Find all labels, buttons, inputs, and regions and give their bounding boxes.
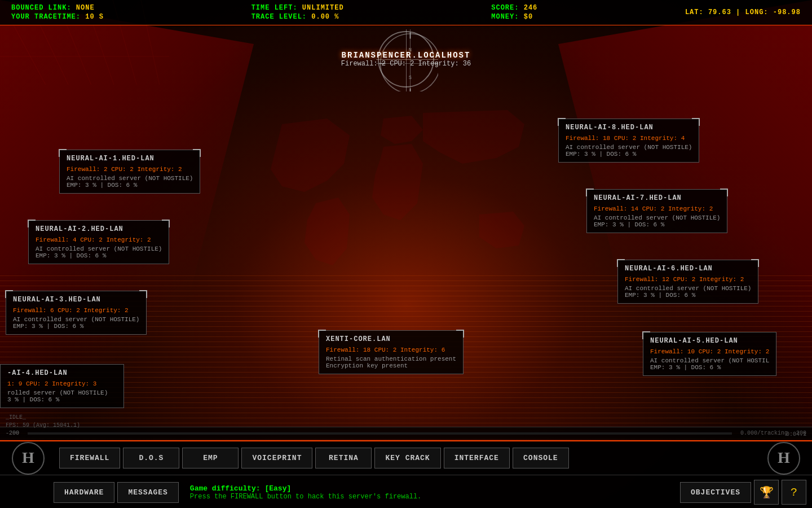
xenti-core-name: XENTI-CORE.LAN: [326, 335, 456, 343]
node-6-emp-dos: EMP: 3 % | DOS: 6 %: [625, 292, 751, 299]
node-1-desc: AI controlled server (NOT HOSTILE): [67, 175, 193, 182]
fps-display: _IDLE_ FPS: 59 (Avg: 15041.1) -200: [6, 414, 80, 437]
fps-counter: FPS: 59 (Avg: 15041.1): [6, 422, 80, 430]
toolbar-row2: HARDWARE MESSAGES Game difficulty: [Easy…: [0, 475, 812, 508]
scan-progress: [28, 432, 732, 435]
node-6-name: NEURAL-AI-6.HED-LAN: [625, 265, 751, 273]
svg-text:S: S: [409, 75, 412, 81]
node-neural-ai-7[interactable]: NEURAL-AI-7.HED-LAN Firewall: 14 CPU: 2 …: [586, 189, 727, 233]
hardware-button[interactable]: HARDWARE: [54, 482, 114, 503]
node-7-desc: AI controlled server (NOT HOSTILE): [594, 214, 720, 221]
bounced-link-label: BOUNCED LINK: NONE: [11, 4, 104, 12]
node-8-desc: AI controlled server (NOT HOSTILE): [566, 144, 692, 151]
node-1-name: NEURAL-AI-1.HED-LAN: [67, 155, 193, 163]
node-5-desc: AI controlled server (NOT HOSTIL: [650, 357, 769, 364]
node-5-name: NEURAL-AI-5.HED-LAN: [650, 337, 769, 345]
node-neural-ai-8[interactable]: NEURAL-AI-8.HED-LAN Firewall: 18 CPU: 2 …: [558, 119, 699, 163]
node-neural-ai-3[interactable]: NEURAL-AI-3.HED-LAN Firewall: 6 CPU: 2 I…: [6, 291, 147, 335]
center-node: BRIANSPENCER.LOCALHOST Firewall: 2 CPU: …: [341, 51, 471, 68]
node-neural-ai-5[interactable]: NEURAL-AI-5.HED-LAN Firewall: 10 CPU: 2 …: [643, 332, 776, 376]
svg-text:H: H: [22, 449, 34, 466]
firewall-button[interactable]: FIREWALL: [59, 448, 120, 468]
node-4-stats: 1: 9 CPU: 2 Integrity: 3: [7, 379, 117, 389]
bracket-tl: [617, 259, 625, 267]
bracket-tr: [162, 220, 170, 227]
bracket-tl: [28, 220, 36, 227]
node-7-stats: Firewall: 14 CPU: 2 Integrity: 2: [594, 204, 720, 214]
bracket-tr: [751, 259, 759, 267]
node-8-name: NEURAL-AI-8.HED-LAN: [566, 124, 692, 132]
node-xenti-core[interactable]: XENTI-CORE.LAN Firewall: 18 CPU: 2 Integ…: [319, 330, 464, 374]
center-node-name: BRIANSPENCER.LOCALHOST: [341, 51, 471, 60]
xenti-core-stats: Firewall: 18 CPU: 2 Integrity: 6: [326, 345, 456, 356]
node-4-emp-dos: 3 % | DOS: 6 %: [7, 396, 117, 403]
header-bar: BOUNCED LINK: NONE YOUR TRACETIME: 10 S …: [0, 0, 812, 25]
bracket-tr: [193, 149, 201, 157]
voiceprint-button[interactable]: VOICEPRINT: [241, 448, 312, 468]
node-2-desc: AI controlled server (NOT HOSTILE): [36, 246, 162, 252]
node-neural-ai-4[interactable]: -AI-4.HED-LAN 1: 9 CPU: 2 Integrity: 3 r…: [0, 364, 124, 408]
node-6-stats: Firewall: 12 CPU: 2 Integrity: 2: [625, 275, 751, 285]
node-1-stats: Firewall: 2 CPU: 2 Integrity: 2: [67, 165, 193, 175]
objectives-button[interactable]: OBJECTIVES: [680, 482, 751, 503]
center-node-stats: Firewall: 2 CPU: 2 Integrity: 36: [341, 60, 471, 68]
node-3-name: NEURAL-AI-3.HED-LAN: [13, 296, 139, 304]
node-2-stats: Firewall: 4 CPU: 2 Integrity: 2: [36, 235, 162, 246]
node-neural-ai-2[interactable]: NEURAL-AI-2.HED-LAN Firewall: 4 CPU: 2 I…: [28, 220, 169, 264]
node-8-emp-dos: EMP: 3 % | DOS: 6 %: [566, 151, 692, 157]
bracket-tr: [139, 290, 147, 298]
coordinates: LAT: 79.63 | LONG: -98.98: [685, 8, 801, 16]
bracket-tl: [318, 330, 326, 338]
bracket-tr: [692, 118, 700, 126]
trophy-icon-button[interactable]: 🏆: [754, 480, 779, 505]
node-neural-ai-1[interactable]: NEURAL-AI-1.HED-LAN Firewall: 2 CPU: 2 I…: [59, 150, 200, 194]
xenti-core-desc2: Encryption key present: [326, 362, 456, 369]
bracket-tr: [720, 189, 728, 196]
console-button[interactable]: CONSOLE: [513, 448, 569, 468]
bracket-tl: [59, 149, 67, 157]
node-5-stats: Firewall: 10 CPU: 2 Integrity: 2: [650, 347, 769, 357]
idle-indicator: _IDLE_: [6, 414, 80, 422]
node-7-name: NEURAL-AI-7.HED-LAN: [594, 194, 720, 202]
scan-bar: -200 0.000/tracking 200: [0, 427, 812, 439]
node-7-emp-dos: EMP: 3 % | DOS: 6 %: [594, 221, 720, 228]
objectives-area: OBJECTIVES 🏆 ?: [680, 480, 806, 505]
bracket-tl: [642, 331, 650, 339]
header-time: TIME LEFT: UNLIMITED TRACE LEVEL: 0.00 %: [251, 4, 344, 21]
status-line1: Game difficulty: [Easy]: [190, 484, 669, 493]
node-neural-ai-6[interactable]: NEURAL-AI-6.HED-LAN Firewall: 12 CPU: 2 …: [617, 260, 758, 304]
node-3-desc: AI controlled server (NOT HOSTILE): [13, 316, 139, 323]
logo-left: H: [6, 436, 51, 481]
header-bounced-link: BOUNCED LINK: NONE YOUR TRACETIME: 10 S: [11, 4, 104, 21]
emp-button[interactable]: EMP: [182, 448, 239, 468]
question-icon-button[interactable]: ?: [782, 480, 806, 505]
score-label: SCORE: 246: [491, 4, 537, 12]
logo-right: H: [761, 436, 806, 481]
trace-level-label: TRACE LEVEL: 0.00 %: [251, 13, 344, 21]
time-left-label: TIME LEFT: UNLIMITED: [251, 4, 344, 12]
key-crack-button[interactable]: KEY CRACK: [374, 448, 440, 468]
bottom-toolbar: H FIREWALL D.O.S EMP VOICEPRINT RETINA K…: [0, 440, 812, 508]
node-2-emp-dos: EMP: 3 % | DOS: 6 %: [36, 252, 162, 259]
header-score: SCORE: 246 MONEY: $0: [491, 4, 537, 21]
bracket-tl: [586, 189, 594, 196]
interface-button[interactable]: INTERFACE: [444, 448, 510, 468]
svg-text:H: H: [778, 449, 790, 466]
messages-button[interactable]: MESSAGES: [117, 482, 178, 503]
header-coords: LAT: 79.63 | LONG: -98.98: [685, 8, 801, 16]
bracket-tr: [456, 330, 464, 338]
node-3-emp-dos: EMP: 3 % | DOS: 6 %: [13, 323, 139, 330]
node-8-stats: Firewall: 18 CPU: 2 Integrity: 4: [566, 134, 692, 144]
retina-button[interactable]: RETINA: [315, 448, 372, 468]
world-map: [237, 90, 575, 305]
node-4-name: -AI-4.HED-LAN: [7, 369, 117, 377]
dos-button[interactable]: D.O.S: [123, 448, 179, 468]
xenti-core-desc1: Retinal scan authentication present: [326, 356, 456, 362]
node-2-name: NEURAL-AI-2.HED-LAN: [36, 225, 162, 233]
node-6-desc: AI controlled server (NOT HOSTILE): [625, 285, 751, 292]
bracket-tl: [558, 118, 566, 126]
tracetime-label: YOUR TRACETIME: 10 S: [11, 13, 104, 21]
node-5-emp-dos: EMP: 3 % | DOS: 6 %: [650, 364, 769, 371]
status-text-area: Game difficulty: [Easy] Press the FIREWA…: [182, 481, 677, 503]
node-4-desc: rolled server (NOT HOSTILE): [7, 389, 117, 396]
